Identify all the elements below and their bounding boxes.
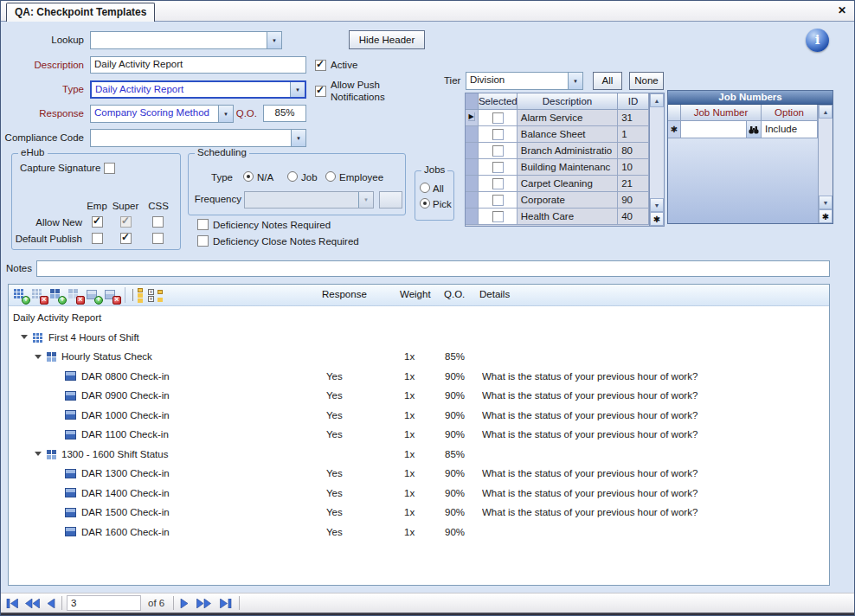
scrollbar-track[interactable] xyxy=(650,107,664,198)
scroll-up-icon[interactable]: ▲ xyxy=(650,93,664,107)
table-row[interactable]: Health Care 40 xyxy=(466,209,649,225)
allow-new-css-checkbox[interactable] xyxy=(152,216,164,228)
chevron-down-icon[interactable]: ▼ xyxy=(290,82,305,97)
add-new-row-icon[interactable]: ✱ xyxy=(819,209,832,223)
selected-column-header[interactable]: Selected xyxy=(479,93,518,109)
tree-row[interactable]: DAR 1100 Check-in Yes 1x 90% What is the… xyxy=(9,425,829,445)
next-record-button[interactable] xyxy=(180,599,189,608)
row-checkbox[interactable] xyxy=(492,195,504,206)
expand-all-icon[interactable] xyxy=(147,286,165,305)
job-number-option-cell[interactable]: Include xyxy=(762,121,818,138)
description-column-header[interactable]: Description xyxy=(518,93,618,109)
next-page-button[interactable] xyxy=(196,599,211,608)
delete-checkpoint-icon[interactable] xyxy=(103,286,121,305)
option-column-header[interactable]: Option xyxy=(762,105,818,120)
delete-category-icon[interactable] xyxy=(67,286,85,305)
qo-field[interactable]: 85% xyxy=(263,105,306,122)
response-combo[interactable]: Company Scoring Method ▼ xyxy=(90,105,234,123)
tree-row[interactable]: First 4 Hours of Shift xyxy=(9,328,829,348)
last-record-button[interactable] xyxy=(219,599,232,608)
tree-row[interactable]: DAR 1400 Check-in Yes 1x 90% What is the… xyxy=(9,484,829,504)
job-number-input[interactable] xyxy=(681,121,746,138)
tree-row[interactable]: DAR 1000 Check-in Yes 1x 90% What is the… xyxy=(9,406,829,426)
add-category-icon[interactable] xyxy=(48,286,67,305)
record-number-input[interactable]: 3 xyxy=(67,595,141,611)
first-record-button[interactable] xyxy=(6,599,19,608)
scroll-up-icon[interactable]: ▲ xyxy=(819,105,832,119)
tree-row[interactable]: DAR 0800 Check-in Yes 1x 90% What is the… xyxy=(9,367,829,387)
default-publish-super-checkbox[interactable] xyxy=(120,233,132,244)
notes-field[interactable] xyxy=(36,260,830,277)
tier-all-button[interactable]: All xyxy=(593,72,622,90)
tree-row[interactable]: DAR 1600 Check-in Yes 1x 90% xyxy=(9,523,829,542)
tree-row[interactable]: DAR 1500 Check-in Yes 1x 90% What is the… xyxy=(9,503,829,523)
table-row[interactable]: ▶ Alarm Service 31 xyxy=(466,110,649,126)
row-selector[interactable] xyxy=(466,159,479,176)
lookup-combo[interactable]: ▼ xyxy=(90,31,282,49)
tab-qa-checkpoint-templates[interactable]: QA: Checkpoint Templates xyxy=(6,3,155,22)
chevron-down-icon[interactable]: ▼ xyxy=(291,130,305,146)
tree-row[interactable]: DAR 1300 Check-in Yes 1x 90% What is the… xyxy=(9,464,829,484)
scheduling-type-employee-radio[interactable] xyxy=(325,171,336,182)
compliance-code-combo[interactable]: ▼ xyxy=(90,129,306,147)
tree-view-icon[interactable] xyxy=(129,286,147,305)
add-checkpoint-icon[interactable] xyxy=(85,286,103,305)
add-checkpoint-set-icon[interactable] xyxy=(12,286,30,305)
add-new-row-icon[interactable]: ✱ xyxy=(650,212,664,226)
id-column-header[interactable]: ID xyxy=(618,93,649,109)
collapse-icon[interactable] xyxy=(35,355,42,359)
table-row[interactable]: Branch Administratio 80 xyxy=(466,143,649,159)
chevron-down-icon[interactable]: ▼ xyxy=(568,73,582,89)
default-publish-emp-checkbox[interactable] xyxy=(92,233,103,244)
tree-row-root[interactable]: Daily Activity Report xyxy=(9,308,829,328)
deficiency-notes-checkbox[interactable] xyxy=(197,219,209,230)
scheduling-type-job-radio[interactable] xyxy=(287,171,298,182)
info-icon[interactable]: i xyxy=(806,29,829,52)
collapse-icon[interactable] xyxy=(21,335,28,339)
table-row[interactable]: Balance Sheet 1 xyxy=(466,126,649,143)
allow-new-emp-checkbox[interactable] xyxy=(92,216,103,228)
row-checkbox[interactable] xyxy=(492,178,504,189)
row-checkbox[interactable] xyxy=(492,112,504,124)
allow-push-checkbox[interactable] xyxy=(315,86,326,97)
table-row[interactable]: Carpet Cleaning 21 xyxy=(466,176,649,192)
find-job-button[interactable] xyxy=(746,121,761,138)
row-checkbox[interactable] xyxy=(492,145,504,157)
tier-combo[interactable]: Division ▼ xyxy=(466,72,583,90)
previous-record-button[interactable] xyxy=(47,599,55,608)
row-selector[interactable] xyxy=(466,209,479,225)
active-checkbox[interactable] xyxy=(315,60,326,71)
chevron-down-icon[interactable]: ▼ xyxy=(267,32,281,48)
table-row[interactable]: Corporate 90 xyxy=(466,192,649,209)
row-checkbox[interactable] xyxy=(492,162,504,173)
type-combo[interactable]: Daily Activity Report ▼ xyxy=(90,80,306,99)
row-selector[interactable] xyxy=(466,176,479,192)
table-row[interactable]: Building Maintenanc 10 xyxy=(466,159,649,176)
description-field[interactable]: Daily Activity Report xyxy=(90,56,306,74)
tier-none-button[interactable]: None xyxy=(629,72,664,90)
scroll-down-icon[interactable]: ▼ xyxy=(819,196,832,209)
tree-row[interactable]: 1300 - 1600 Shift Status 1x 85% xyxy=(9,445,829,465)
tree-row[interactable]: DAR 0900 Check-in Yes 1x 90% What is the… xyxy=(9,386,829,406)
close-icon[interactable]: ✕ xyxy=(838,4,846,16)
row-selector[interactable] xyxy=(466,192,479,209)
default-publish-css-checkbox[interactable] xyxy=(152,233,164,244)
row-checkbox[interactable] xyxy=(492,211,504,222)
row-selector[interactable]: ▶ xyxy=(466,110,479,126)
collapse-icon[interactable] xyxy=(35,452,42,456)
scheduling-type-na-radio[interactable] xyxy=(243,171,254,182)
row-selector[interactable] xyxy=(466,143,479,159)
scrollbar-track[interactable] xyxy=(819,119,832,196)
capture-signature-checkbox[interactable] xyxy=(104,163,115,174)
deficiency-close-notes-checkbox[interactable] xyxy=(197,235,209,247)
tree-row[interactable]: Hourly Status Check 1x 85% xyxy=(9,347,829,367)
row-checkbox[interactable] xyxy=(492,129,504,140)
hide-header-button[interactable]: Hide Header xyxy=(349,30,425,49)
row-selector[interactable] xyxy=(466,126,479,143)
job-number-new-row[interactable]: ✱ Include xyxy=(668,121,818,138)
delete-checkpoint-set-icon[interactable] xyxy=(30,286,48,305)
previous-page-button[interactable] xyxy=(25,599,40,608)
jobs-all-radio[interactable] xyxy=(420,183,430,193)
job-number-column-header[interactable]: Job Number xyxy=(681,105,762,120)
scroll-down-icon[interactable]: ▼ xyxy=(650,198,664,212)
